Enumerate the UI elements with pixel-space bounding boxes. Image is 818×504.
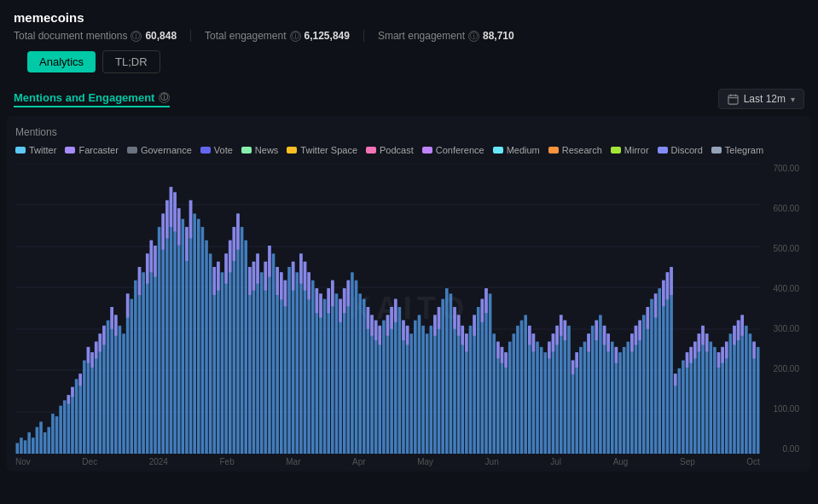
tabs-row: Analytics TL;DR [14,50,804,73]
svg-rect-13 [32,437,35,454]
x-axis-label: 2024 [149,457,168,466]
smart-engagement-info-icon[interactable]: ⓘ [468,31,479,42]
svg-rect-18 [51,414,55,454]
total-engagement-stat: Total engagement ⓘ 6,125,849 [205,30,364,42]
svg-rect-78 [201,227,205,454]
legend-item-mirror: Mirror [611,145,649,155]
svg-rect-179 [453,307,456,329]
svg-rect-97 [248,267,252,295]
svg-rect-38 [102,326,106,454]
svg-rect-53 [142,272,145,454]
svg-rect-283 [713,347,716,454]
svg-rect-193 [484,288,488,313]
svg-rect-55 [146,253,149,283]
svg-rect-83 [217,262,220,454]
legend-item-discord: Discord [658,145,703,155]
svg-rect-52 [138,267,142,295]
svg-rect-116 [292,262,295,291]
total-engagement-info-icon[interactable]: ⓘ [290,31,301,42]
svg-rect-148 [370,315,374,335]
svg-rect-236 [599,315,602,454]
svg-rect-140 [347,281,351,306]
time-filter-label: Last 12m [744,93,786,105]
svg-rect-175 [441,299,444,454]
svg-rect-138 [343,288,346,313]
svg-rect-273 [689,347,693,363]
svg-rect-156 [390,307,393,454]
svg-rect-46 [122,333,125,454]
smart-engagement-label: Smart engagement [378,30,465,42]
svg-rect-182 [461,326,464,454]
svg-rect-28 [78,374,82,385]
svg-rect-191 [481,299,484,322]
svg-rect-185 [465,333,468,351]
svg-rect-287 [721,347,724,363]
svg-rect-88 [229,240,232,454]
svg-rect-42 [110,307,113,329]
svg-rect-111 [280,272,283,299]
tab-analytics[interactable]: Analytics [27,51,96,72]
svg-rect-290 [729,333,733,454]
svg-rect-155 [386,315,390,335]
calendar-icon [728,94,739,105]
svg-rect-123 [307,272,310,299]
svg-rect-114 [287,267,291,454]
svg-rect-232 [587,333,590,351]
svg-rect-16 [44,432,47,454]
svg-rect-120 [304,262,307,454]
svg-rect-70 [177,208,181,245]
svg-rect-163 [406,326,409,454]
y-axis-label: 600.00 [773,204,799,213]
svg-rect-21 [63,400,67,454]
svg-rect-292 [733,326,736,345]
svg-rect-245 [623,347,626,454]
svg-rect-49 [130,299,133,454]
svg-rect-102 [260,272,264,454]
svg-rect-119 [299,253,303,283]
svg-rect-169 [426,333,429,454]
svg-rect-238 [603,326,606,345]
svg-rect-69 [177,208,181,454]
svg-rect-217 [552,333,555,351]
svg-rect-235 [595,321,599,340]
svg-rect-212 [540,347,543,454]
y-axis-label: 0.00 [783,444,799,454]
svg-rect-164 [406,326,409,345]
svg-rect-224 [567,326,571,454]
svg-rect-64 [165,200,169,239]
y-axis-label: 100.00 [773,404,799,414]
svg-rect-229 [579,347,583,454]
section-info-icon[interactable]: ⓘ [159,92,170,103]
svg-rect-12 [27,432,31,454]
x-axis-label: Oct [746,457,760,466]
svg-rect-281 [705,333,709,351]
legend-item-telegram: Telegram [711,145,763,155]
svg-rect-104 [264,262,268,291]
svg-rect-94 [241,227,244,454]
total-mentions-info-icon[interactable]: ⓘ [131,31,142,42]
svg-rect-129 [323,299,327,454]
svg-rect-277 [698,333,701,351]
svg-rect-168 [421,326,425,454]
time-filter-button[interactable]: Last 12m ▾ [718,89,804,109]
svg-rect-268 [678,368,682,454]
svg-rect-131 [327,288,330,313]
svg-rect-113 [284,281,287,306]
svg-rect-279 [701,326,705,345]
svg-rect-146 [367,307,370,329]
svg-rect-62 [161,213,165,249]
svg-rect-79 [205,240,208,454]
svg-rect-203 [513,333,516,454]
svg-rect-134 [335,293,339,454]
svg-rect-213 [543,352,547,454]
chart-container: Mentions TwitterFarcasterGovernanceVoteN… [7,116,811,472]
svg-rect-233 [591,326,595,454]
svg-rect-19 [55,416,59,454]
svg-rect-107 [272,253,276,454]
tab-tldr[interactable]: TL;DR [102,50,160,73]
section-title: Mentions and Engagement ⓘ [14,91,170,107]
svg-rect-80 [209,253,212,454]
legend-item-twitter: Twitter [15,145,56,155]
svg-rect-256 [650,299,653,454]
smart-engagement-stat: Smart engagement ⓘ 88,710 [378,30,528,42]
